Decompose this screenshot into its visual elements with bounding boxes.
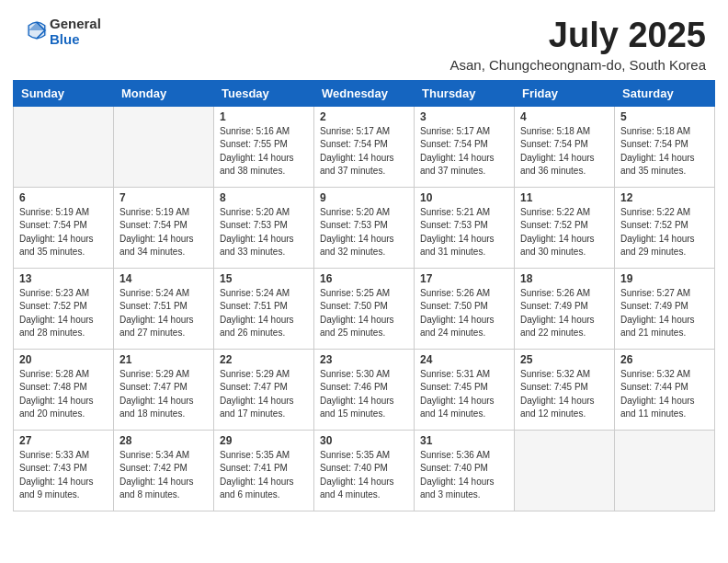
day-number: 3 xyxy=(420,110,508,123)
col-thursday: Thursday xyxy=(415,80,515,106)
day-info: Sunrise: 5:23 AM Sunset: 7:52 PM Dayligh… xyxy=(19,287,108,340)
day-number: 2 xyxy=(320,110,408,123)
calendar-table: Sunday Monday Tuesday Wednesday Thursday… xyxy=(13,80,715,511)
day-info: Sunrise: 5:22 AM Sunset: 7:52 PM Dayligh… xyxy=(620,206,709,259)
day-cell: 9Sunrise: 5:20 AM Sunset: 7:53 PM Daylig… xyxy=(314,187,415,268)
day-number: 1 xyxy=(220,110,308,123)
day-cell: 30Sunrise: 5:35 AM Sunset: 7:40 PM Dayli… xyxy=(314,430,415,511)
col-saturday: Saturday xyxy=(615,80,715,106)
day-number: 27 xyxy=(19,434,108,447)
day-cell xyxy=(14,106,114,187)
day-cell xyxy=(615,430,715,511)
day-number: 8 xyxy=(220,191,308,204)
week-row-2: 6Sunrise: 5:19 AM Sunset: 7:54 PM Daylig… xyxy=(14,187,715,268)
calendar-header-row: Sunday Monday Tuesday Wednesday Thursday… xyxy=(14,80,715,106)
location: Asan, Chungcheongnam-do, South Korea xyxy=(449,57,706,73)
day-cell: 17Sunrise: 5:26 AM Sunset: 7:50 PM Dayli… xyxy=(415,268,515,349)
day-info: Sunrise: 5:32 AM Sunset: 7:44 PM Dayligh… xyxy=(620,368,709,421)
day-info: Sunrise: 5:21 AM Sunset: 7:53 PM Dayligh… xyxy=(420,206,508,259)
day-cell: 21Sunrise: 5:29 AM Sunset: 7:47 PM Dayli… xyxy=(114,349,214,430)
day-number: 15 xyxy=(220,272,308,285)
day-number: 6 xyxy=(19,191,108,204)
day-number: 29 xyxy=(220,434,308,447)
week-row-4: 20Sunrise: 5:28 AM Sunset: 7:48 PM Dayli… xyxy=(14,349,715,430)
day-cell: 8Sunrise: 5:20 AM Sunset: 7:53 PM Daylig… xyxy=(214,187,314,268)
day-info: Sunrise: 5:26 AM Sunset: 7:50 PM Dayligh… xyxy=(420,287,508,340)
day-info: Sunrise: 5:16 AM Sunset: 7:55 PM Dayligh… xyxy=(220,125,308,178)
day-number: 17 xyxy=(420,272,508,285)
day-info: Sunrise: 5:18 AM Sunset: 7:54 PM Dayligh… xyxy=(620,125,709,178)
day-number: 23 xyxy=(320,353,408,366)
day-cell: 28Sunrise: 5:34 AM Sunset: 7:42 PM Dayli… xyxy=(114,430,214,511)
logo-icon xyxy=(24,17,50,43)
day-info: Sunrise: 5:17 AM Sunset: 7:54 PM Dayligh… xyxy=(420,125,508,178)
day-info: Sunrise: 5:34 AM Sunset: 7:42 PM Dayligh… xyxy=(119,449,208,502)
day-cell: 22Sunrise: 5:29 AM Sunset: 7:47 PM Dayli… xyxy=(214,349,314,430)
day-number: 11 xyxy=(520,191,609,204)
day-cell: 15Sunrise: 5:24 AM Sunset: 7:51 PM Dayli… xyxy=(214,268,314,349)
col-wednesday: Wednesday xyxy=(314,80,415,106)
col-friday: Friday xyxy=(515,80,615,106)
day-cell: 29Sunrise: 5:35 AM Sunset: 7:41 PM Dayli… xyxy=(214,430,314,511)
logo: General Blue xyxy=(22,17,101,47)
day-cell: 19Sunrise: 5:27 AM Sunset: 7:49 PM Dayli… xyxy=(615,268,715,349)
day-info: Sunrise: 5:18 AM Sunset: 7:54 PM Dayligh… xyxy=(520,125,609,178)
week-row-5: 27Sunrise: 5:33 AM Sunset: 7:43 PM Dayli… xyxy=(14,430,715,511)
day-info: Sunrise: 5:19 AM Sunset: 7:54 PM Dayligh… xyxy=(19,206,108,259)
day-cell: 5Sunrise: 5:18 AM Sunset: 7:54 PM Daylig… xyxy=(615,106,715,187)
day-number: 19 xyxy=(620,272,709,285)
day-info: Sunrise: 5:32 AM Sunset: 7:45 PM Dayligh… xyxy=(520,368,609,421)
day-number: 24 xyxy=(420,353,508,366)
day-cell: 1Sunrise: 5:16 AM Sunset: 7:55 PM Daylig… xyxy=(214,106,314,187)
day-number: 25 xyxy=(520,353,609,366)
day-number: 26 xyxy=(620,353,709,366)
day-cell: 7Sunrise: 5:19 AM Sunset: 7:54 PM Daylig… xyxy=(114,187,214,268)
day-info: Sunrise: 5:36 AM Sunset: 7:40 PM Dayligh… xyxy=(420,449,508,502)
col-sunday: Sunday xyxy=(14,80,114,106)
day-cell: 23Sunrise: 5:30 AM Sunset: 7:46 PM Dayli… xyxy=(314,349,415,430)
day-info: Sunrise: 5:20 AM Sunset: 7:53 PM Dayligh… xyxy=(220,206,308,259)
day-cell xyxy=(515,430,615,511)
day-cell: 25Sunrise: 5:32 AM Sunset: 7:45 PM Dayli… xyxy=(515,349,615,430)
day-cell: 20Sunrise: 5:28 AM Sunset: 7:48 PM Dayli… xyxy=(14,349,114,430)
day-number: 28 xyxy=(119,434,208,447)
day-cell: 10Sunrise: 5:21 AM Sunset: 7:53 PM Dayli… xyxy=(415,187,515,268)
day-cell: 3Sunrise: 5:17 AM Sunset: 7:54 PM Daylig… xyxy=(415,106,515,187)
day-number: 10 xyxy=(420,191,508,204)
day-cell: 18Sunrise: 5:26 AM Sunset: 7:49 PM Dayli… xyxy=(515,268,615,349)
day-info: Sunrise: 5:17 AM Sunset: 7:54 PM Dayligh… xyxy=(320,125,408,178)
day-number: 21 xyxy=(119,353,208,366)
day-number: 22 xyxy=(220,353,308,366)
day-info: Sunrise: 5:25 AM Sunset: 7:50 PM Dayligh… xyxy=(320,287,408,340)
day-number: 12 xyxy=(620,191,709,204)
day-info: Sunrise: 5:24 AM Sunset: 7:51 PM Dayligh… xyxy=(119,287,208,340)
day-number: 4 xyxy=(520,110,609,123)
day-number: 9 xyxy=(320,191,408,204)
day-number: 5 xyxy=(620,110,709,123)
day-info: Sunrise: 5:26 AM Sunset: 7:49 PM Dayligh… xyxy=(520,287,609,340)
day-number: 13 xyxy=(19,272,108,285)
day-number: 31 xyxy=(420,434,508,447)
col-tuesday: Tuesday xyxy=(214,80,314,106)
col-monday: Monday xyxy=(114,80,214,106)
day-number: 20 xyxy=(19,353,108,366)
day-number: 30 xyxy=(320,434,408,447)
logo-blue-text: Blue xyxy=(50,31,80,47)
day-info: Sunrise: 5:29 AM Sunset: 7:47 PM Dayligh… xyxy=(119,368,208,421)
day-info: Sunrise: 5:35 AM Sunset: 7:41 PM Dayligh… xyxy=(220,449,308,502)
day-info: Sunrise: 5:31 AM Sunset: 7:45 PM Dayligh… xyxy=(420,368,508,421)
day-info: Sunrise: 5:19 AM Sunset: 7:54 PM Dayligh… xyxy=(119,206,208,259)
logo-general-text: General xyxy=(50,16,101,31)
month-year: July 2025 xyxy=(449,17,706,55)
day-cell: 11Sunrise: 5:22 AM Sunset: 7:52 PM Dayli… xyxy=(515,187,615,268)
calendar-body: 1Sunrise: 5:16 AM Sunset: 7:55 PM Daylig… xyxy=(14,106,715,511)
day-cell: 27Sunrise: 5:33 AM Sunset: 7:43 PM Dayli… xyxy=(14,430,114,511)
day-cell: 12Sunrise: 5:22 AM Sunset: 7:52 PM Dayli… xyxy=(615,187,715,268)
day-info: Sunrise: 5:22 AM Sunset: 7:52 PM Dayligh… xyxy=(520,206,609,259)
day-cell: 31Sunrise: 5:36 AM Sunset: 7:40 PM Dayli… xyxy=(415,430,515,511)
title-block: July 2025 Asan, Chungcheongnam-do, South… xyxy=(449,17,706,73)
day-cell: 2Sunrise: 5:17 AM Sunset: 7:54 PM Daylig… xyxy=(314,106,415,187)
day-cell: 6Sunrise: 5:19 AM Sunset: 7:54 PM Daylig… xyxy=(14,187,114,268)
week-row-3: 13Sunrise: 5:23 AM Sunset: 7:52 PM Dayli… xyxy=(14,268,715,349)
day-number: 7 xyxy=(119,191,208,204)
